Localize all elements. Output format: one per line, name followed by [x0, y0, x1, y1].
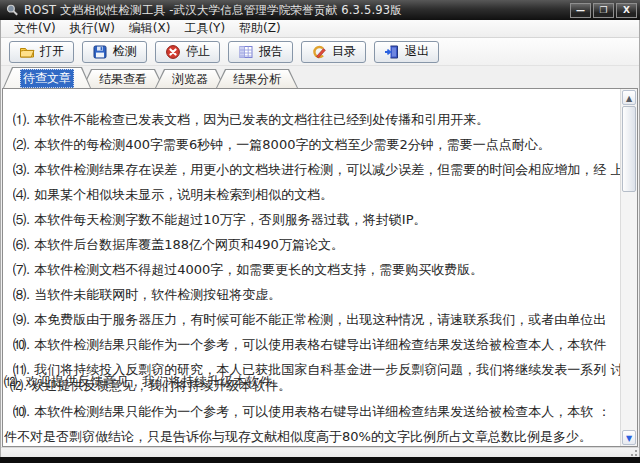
tab-result-analysis-label: 结果分析: [233, 71, 281, 88]
exit-button[interactable]: 退出: [374, 41, 439, 63]
report-table-icon: [238, 44, 254, 60]
open-button-label: 打开: [40, 43, 64, 60]
detect-button[interactable]: 检测: [82, 41, 147, 63]
magnifier-app-icon: [5, 3, 20, 18]
report-button-label: 报告: [259, 43, 283, 60]
window-controls: — ❐ X: [570, 3, 637, 18]
maximize-button[interactable]: ❐: [593, 3, 614, 18]
window-bottom-border: [0, 457, 640, 463]
close-button[interactable]: X: [616, 3, 637, 18]
note-line-9: ⑼. 本免费版由于服务器压力，有时候可能不能正常检测，出现这种情况，请速联系我们…: [13, 311, 620, 329]
tab-strip: 待查文章 结果查看 浏览器 结果分析: [1, 66, 639, 88]
note-line-6: ⑹. 本软件后台数据库覆盖188亿个网页和490万篇论文。: [13, 236, 620, 254]
scroll-down-button[interactable]: ▼: [622, 430, 636, 445]
catalog-button[interactable]: 目录: [301, 41, 366, 63]
note-line-12: ⑿. 欢迎提供反馈意见，我们将持续升级本软件。: [10, 377, 291, 395]
scroll-up-button[interactable]: ▲: [622, 90, 636, 105]
open-folder-icon: [19, 44, 35, 60]
tab-browser[interactable]: 浏览器: [155, 69, 225, 88]
report-button[interactable]: 报告: [228, 41, 293, 63]
stop-button[interactable]: 停止: [155, 41, 220, 63]
tab-result-analysis[interactable]: 结果分析: [216, 69, 298, 88]
note-line-8: ⑻. 当软件未能联网时，软件检测按钮将变虚。: [13, 286, 620, 304]
app-window: ROST 文档相似性检测工具 -武汉大学信息管理学院荣誉贡献 6.3.5.93版…: [0, 0, 640, 463]
tab-browser-label: 浏览器: [172, 71, 208, 88]
detect-button-label: 检测: [113, 43, 137, 60]
notes-text: ⑴. 本软件不能检查已发表文档，因为已发表的文档往往已经到处传播和引用开来。 ⑵…: [3, 89, 620, 446]
resize-grip-icon[interactable]: [628, 448, 637, 456]
scroll-thumb[interactable]: [622, 106, 636, 192]
note-line-14: 件不对是否剽窃做结论，只是告诉你与现存文献相似度高于80%的文字比例所占文章总数…: [4, 428, 620, 446]
vertical-scrollbar[interactable]: ▲ ▼: [620, 89, 637, 446]
note-line-7: ⑺. 本软件检测文档不得超过4000字，如需要更长的文档支持，需要购买收费版。: [13, 261, 620, 279]
toolbar: 打开 检测 停止 报告: [1, 38, 639, 66]
title-bar: ROST 文档相似性检测工具 -武汉大学信息管理学院荣誉贡献 6.3.5.93版…: [0, 0, 640, 20]
menu-bar: 文件(V) 执行(W) 编辑(X) 工具(Y) 帮助(Z): [1, 20, 639, 38]
note-line-10: ⑽. 本软件检测结果只能作为一个参考，可以使用表格右键导出详细检查结果发送给被检…: [13, 336, 620, 354]
document-pane: ⑴. 本软件不能检查已发表文档，因为已发表的文档往往已经到处传播和引用开来。 ⑵…: [2, 88, 638, 447]
note-line-13: ⑽. 本软件检测结果只能作为一个参考，可以使用表格右键导出详细检查结果发送给被检…: [13, 403, 620, 421]
note-line-3: ⑶. 本软件检测结果存在误差，用更小的文档块进行检测，可以减少误差，但需要的时间…: [13, 161, 620, 179]
note-line-4: ⑷. 如果某个相似块未显示，说明未检索到相似的文档。: [13, 186, 620, 204]
note-line-5: ⑸. 本软件每天检测字数不能超过10万字，否则服务器过载，将封锁IP。: [13, 211, 620, 229]
menu-tools[interactable]: 工具(Y): [177, 19, 232, 38]
window-title: ROST 文档相似性检测工具 -武汉大学信息管理学院荣誉贡献 6.3.5.93版: [24, 3, 566, 18]
tab-result-view-label: 结果查看: [99, 71, 147, 88]
menu-run[interactable]: 执行(W): [63, 19, 122, 38]
status-bar: [1, 447, 639, 457]
stop-button-label: 停止: [186, 43, 210, 60]
catalog-edit-icon: [311, 44, 327, 60]
exit-button-label: 退出: [405, 43, 429, 60]
note-line-1: ⑴. 本软件不能检查已发表文档，因为已发表的文档往往已经到处传播和引用开来。: [13, 111, 620, 129]
menu-help[interactable]: 帮助(Z): [232, 19, 288, 38]
tab-pending-articles[interactable]: 待查文章: [3, 67, 91, 88]
tab-pending-articles-label: 待查文章: [20, 69, 74, 88]
catalog-button-label: 目录: [332, 43, 356, 60]
floppy-disk-icon: [92, 44, 108, 60]
minimize-button[interactable]: —: [570, 3, 591, 18]
menu-file[interactable]: 文件(V): [7, 19, 63, 38]
open-button[interactable]: 打开: [9, 41, 74, 63]
tab-result-view[interactable]: 结果查看: [82, 69, 164, 88]
stop-icon: [165, 44, 181, 60]
exit-door-icon: [384, 44, 400, 60]
note-line-2: ⑵. 本软件的每检测400字需要6秒钟，一篇8000字的文档至少需要2分钟，需要…: [13, 136, 620, 154]
menu-edit[interactable]: 编辑(X): [122, 19, 178, 38]
